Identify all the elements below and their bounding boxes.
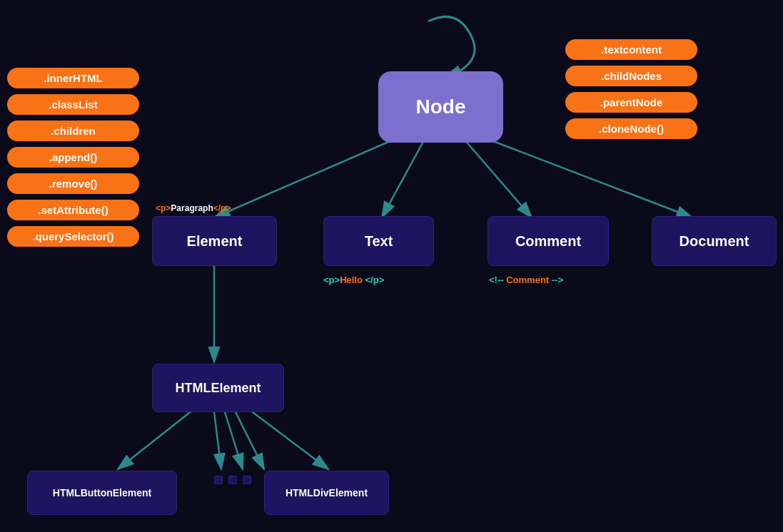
pill-children: .children	[7, 121, 139, 141]
pill-append: .append()	[7, 147, 139, 168]
node-box: Node	[378, 71, 503, 143]
svg-line-6	[118, 410, 193, 469]
htmldivelement-label: HTMLDivElement	[286, 487, 368, 498]
pill-remove: .remove()	[7, 173, 139, 194]
right-sidebar: .textcontent .childNodes .parentNode .cl…	[565, 39, 697, 139]
element-box: Element	[152, 216, 277, 266]
pill-textcontent: .textcontent	[565, 39, 697, 60]
pill-setattribute: .setAttribute()	[7, 200, 139, 220]
svg-line-4	[478, 135, 692, 218]
document-box: Document	[652, 216, 777, 266]
svg-line-3	[464, 139, 532, 218]
svg-line-10	[250, 410, 328, 469]
svg-line-2	[382, 139, 425, 218]
diagram: .innerHTML .classList .children .append(…	[0, 0, 783, 532]
svg-line-9	[236, 412, 264, 469]
hello-annotation: <p>Hello </p>	[323, 275, 384, 285]
dot-1	[214, 476, 223, 484]
pill-innerhtml: .innerHTML	[7, 68, 139, 88]
htmlelement-label: HTMLElement	[175, 381, 261, 396]
node-label: Node	[416, 96, 466, 118]
comment-annotation: <!-- Comment -->	[489, 275, 563, 285]
comment-box: Comment	[488, 216, 609, 266]
dot-2	[228, 476, 237, 484]
htmlbuttonelement-label: HTMLButtonElement	[53, 487, 151, 498]
dots-container	[214, 476, 251, 484]
document-label: Document	[680, 233, 749, 250]
comment-label: Comment	[515, 233, 581, 250]
svg-line-8	[225, 412, 243, 469]
svg-line-7	[214, 412, 221, 469]
pill-queryselector: .querySelector()	[7, 226, 139, 247]
left-sidebar: .innerHTML .classList .children .append(…	[7, 68, 139, 247]
pill-clonenode: .cloneNode()	[565, 118, 697, 139]
text-label: Text	[365, 233, 393, 250]
pill-classlist: .classList	[7, 94, 139, 115]
element-label: Element	[187, 233, 243, 250]
htmlbuttonelement-box: HTMLButtonElement	[27, 471, 177, 515]
paragraph-annotation: <p>Paragraph</p>	[156, 203, 231, 213]
htmlelement-box: HTMLElement	[152, 364, 284, 412]
pill-parentnode: .parentNode	[565, 92, 697, 113]
dot-3	[243, 476, 251, 484]
svg-line-1	[214, 135, 403, 218]
htmldivelement-box: HTMLDivElement	[264, 471, 389, 515]
text-box: Text	[323, 216, 434, 266]
pill-childnodes: .childNodes	[565, 66, 697, 86]
